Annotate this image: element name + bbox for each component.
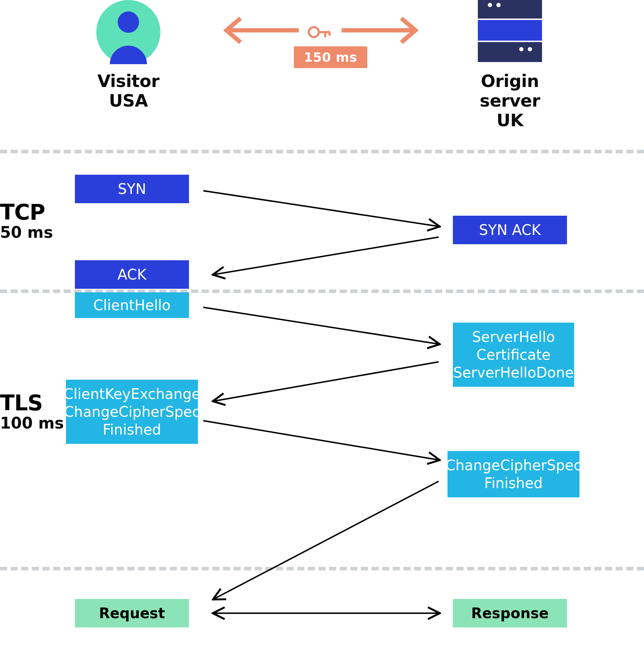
msg-serverfinish: ChangeCipherSpec Finished xyxy=(448,451,579,497)
svg-line-17 xyxy=(214,362,439,401)
msg-serverhello: ServerHello Certificate ServerHelloDone xyxy=(453,323,574,387)
msg-response: Response xyxy=(453,599,567,627)
tls-handshake-diagram: Visitor USA Origin server UK xyxy=(0,0,644,646)
msg-request: Request xyxy=(75,599,189,627)
msg-synack: SYN ACK xyxy=(453,216,567,244)
msg-clientkey: ClientKeyExchange ChangeCipherSpec Finis… xyxy=(66,380,198,444)
svg-line-18 xyxy=(203,421,439,460)
svg-line-16 xyxy=(203,307,439,344)
svg-line-19 xyxy=(214,481,439,599)
msg-clienthello: ClientHello xyxy=(75,292,189,318)
svg-line-14 xyxy=(203,191,439,226)
msg-syn: SYN xyxy=(75,175,189,203)
svg-line-15 xyxy=(214,237,439,275)
msg-ack: ACK xyxy=(75,260,189,289)
